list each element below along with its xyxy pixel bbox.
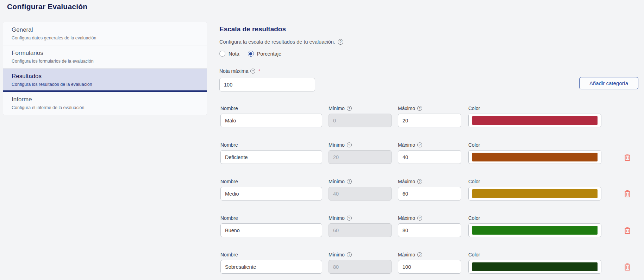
name-column-label: Nombre	[220, 251, 322, 258]
delete-category-button[interactable]	[623, 153, 632, 161]
color-column-label: Color	[468, 105, 601, 112]
category-row: Nombre Mínimo? Máximo? Color	[219, 178, 642, 215]
category-color-input[interactable]	[468, 114, 601, 127]
sidebar-item-informe[interactable]: Informe Configura el informe de la evalu…	[3, 92, 207, 115]
category-name-input[interactable]	[220, 260, 322, 274]
radio-porcentaje[interactable]: Porcentaje	[248, 51, 281, 57]
categories-list: Nombre Mínimo? Máximo? Color Nombre	[219, 105, 642, 280]
sidebar-item-description: Configura datos generales de la evaluaci…	[12, 36, 198, 40]
min-column-label: Mínimo?	[329, 141, 392, 148]
color-swatch	[472, 116, 598, 125]
sidebar-item-resultados[interactable]: Resultados Configura los resultados de l…	[3, 69, 207, 92]
help-icon[interactable]: ?	[347, 252, 352, 257]
trash-icon	[624, 153, 631, 161]
help-icon[interactable]: ?	[417, 106, 422, 111]
category-color-input[interactable]	[468, 223, 601, 237]
color-column-label: Color	[468, 178, 601, 185]
min-column-label: Mínimo?	[329, 178, 392, 185]
category-row: Nombre Mínimo? Máximo? Color	[219, 215, 642, 251]
help-icon[interactable]: ?	[347, 106, 352, 111]
category-row: Nombre Mínimo? Máximo? Color	[219, 141, 642, 178]
help-icon[interactable]: ?	[347, 142, 352, 147]
min-column-label: Mínimo?	[329, 105, 392, 112]
category-name-input[interactable]	[220, 150, 322, 164]
category-min-input	[329, 150, 392, 164]
help-icon[interactable]: ?	[417, 252, 422, 257]
name-column-label: Nombre	[220, 105, 322, 112]
required-marker: *	[258, 68, 260, 74]
delete-category-button[interactable]	[623, 190, 632, 198]
category-name-input[interactable]	[220, 114, 322, 127]
help-icon[interactable]: ?	[417, 179, 422, 184]
color-swatch	[472, 189, 598, 198]
min-column-label: Mínimo?	[329, 251, 392, 258]
color-column-label: Color	[468, 215, 601, 222]
max-column-label: Máximo?	[398, 178, 461, 185]
category-name-input[interactable]	[220, 223, 322, 237]
sidebar-item-label: Resultados	[12, 73, 198, 80]
color-column-label: Color	[468, 141, 601, 148]
scale-type-radio-group: Nota Porcentaje	[219, 51, 281, 57]
page-title: Configurar Evaluación	[7, 2, 87, 11]
name-column-label: Nombre	[220, 141, 322, 148]
category-color-input[interactable]	[468, 260, 601, 274]
sidebar-item-label: Informe	[12, 96, 198, 103]
color-swatch	[472, 153, 598, 161]
sidebar-item-label: General	[12, 26, 198, 33]
radio-icon	[219, 51, 225, 57]
radio-icon	[248, 51, 254, 57]
sidebar-item-formularios[interactable]: Formularios Configura los formularios de…	[3, 45, 207, 69]
radio-label: Nota	[229, 51, 239, 57]
help-icon[interactable]: ?	[347, 179, 352, 184]
sidebar-item-description: Configura el informe de la evaluación	[12, 105, 198, 110]
category-min-input	[329, 187, 392, 201]
category-max-input[interactable]	[398, 223, 461, 237]
max-column-label: Máximo?	[398, 251, 461, 258]
settings-nav: General Configura datos generales de la …	[3, 22, 207, 115]
max-column-label: Máximo?	[398, 105, 461, 112]
help-icon[interactable]: ?	[250, 69, 255, 74]
radio-nota[interactable]: Nota	[219, 51, 239, 57]
help-icon[interactable]: ?	[417, 216, 422, 221]
trash-icon	[624, 190, 631, 198]
color-swatch	[472, 226, 598, 235]
category-row: Nombre Mínimo? Máximo? Color	[219, 251, 642, 280]
category-min-input	[329, 260, 392, 274]
sidebar-item-description: Configura los resultados de la evaluació…	[12, 82, 198, 87]
category-color-input[interactable]	[468, 150, 601, 164]
max-grade-label: Nota máxima	[219, 68, 248, 74]
color-swatch	[472, 262, 598, 271]
section-subtitle-row: Configura la escala de resultados de tu …	[219, 39, 343, 45]
help-icon[interactable]: ?	[347, 216, 352, 221]
help-icon[interactable]: ?	[417, 142, 422, 147]
category-color-input[interactable]	[468, 187, 601, 201]
category-max-input[interactable]	[398, 187, 461, 201]
category-name-input[interactable]	[220, 187, 322, 201]
name-column-label: Nombre	[220, 178, 322, 185]
trash-icon	[624, 263, 631, 271]
max-grade-input[interactable]	[219, 78, 315, 91]
section-subtitle: Configura la escala de resultados de tu …	[219, 39, 335, 45]
sidebar-item-general[interactable]: General Configura datos generales de la …	[3, 22, 207, 45]
category-min-input	[329, 223, 392, 237]
category-max-input[interactable]	[398, 114, 461, 127]
section-title: Escala de resultados	[219, 25, 286, 33]
delete-category-button[interactable]	[623, 226, 632, 235]
category-row: Nombre Mínimo? Máximo? Color	[219, 105, 642, 141]
help-icon[interactable]: ?	[338, 39, 343, 45]
category-min-input	[329, 114, 392, 127]
radio-label: Porcentaje	[257, 51, 281, 57]
sidebar-item-description: Configura los formularios de la evaluaci…	[12, 59, 198, 64]
color-column-label: Color	[468, 251, 601, 258]
name-column-label: Nombre	[220, 215, 322, 222]
category-max-input[interactable]	[398, 150, 461, 164]
trash-icon	[624, 227, 631, 234]
add-category-button[interactable]: Añadir categoría	[579, 77, 638, 89]
max-column-label: Máximo?	[398, 215, 461, 222]
max-grade-label-row: Nota máxima ? *	[219, 68, 260, 74]
sidebar-item-label: Formularios	[12, 50, 198, 57]
category-max-input[interactable]	[398, 260, 461, 274]
delete-category-button[interactable]	[623, 263, 632, 271]
max-column-label: Máximo?	[398, 141, 461, 148]
min-column-label: Mínimo?	[329, 215, 392, 222]
